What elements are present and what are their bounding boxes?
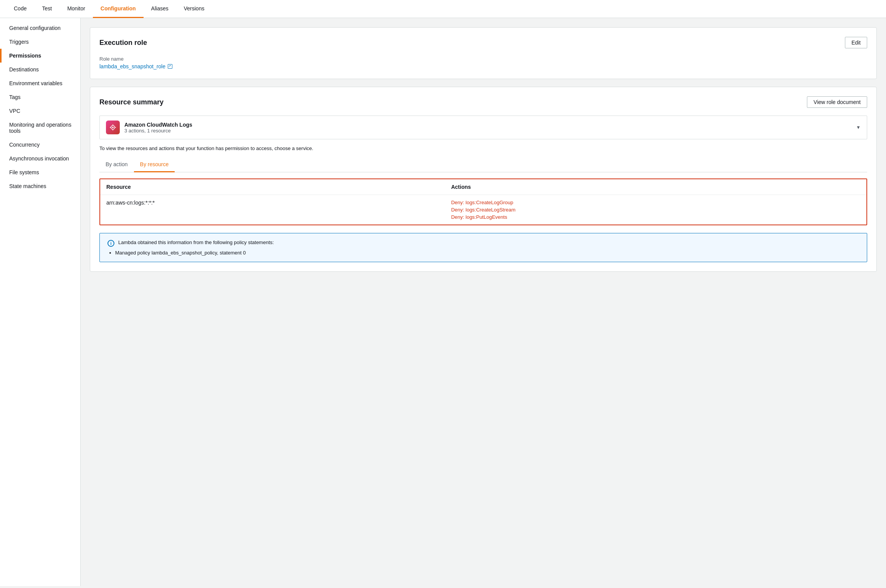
info-box-header: i Lambda obtained this information from …	[107, 239, 859, 247]
actions-column-header: Actions	[445, 179, 866, 195]
deny-action-3: Deny: logs:PutLogEvents	[451, 214, 860, 220]
sidebar-item-destinations[interactable]: Destinations	[0, 63, 80, 76]
sidebar-item-tags[interactable]: Tags	[0, 90, 80, 104]
role-section: Role name lambda_ebs_snapshot_role	[99, 56, 867, 69]
tab-by-resource[interactable]: By resource	[134, 157, 175, 172]
svg-point-1	[112, 127, 114, 128]
resource-cell: arn:aws-cn:logs:*:*:*	[100, 195, 445, 225]
view-role-document-button[interactable]: View role document	[807, 96, 867, 108]
tab-test[interactable]: Test	[34, 0, 60, 18]
sidebar-item-file-systems[interactable]: File systems	[0, 165, 80, 179]
main-layout: General configurationTriggersPermissions…	[0, 18, 886, 586]
sidebar-item-monitoring-tools[interactable]: Monitoring and operations tools	[0, 118, 80, 138]
sidebar: General configurationTriggersPermissions…	[0, 18, 81, 586]
tab-code[interactable]: Code	[6, 0, 34, 18]
cloudwatch-service-row[interactable]: Amazon CloudWatch Logs 3 actions, 1 reso…	[99, 116, 867, 139]
deny-action-1: Deny: logs:CreateLogGroup	[451, 200, 860, 205]
sidebar-item-permissions[interactable]: Permissions	[0, 49, 80, 63]
resource-summary-card: Resource summary View role document	[90, 87, 877, 272]
content-area: Execution role Edit Role name lambda_ebs…	[81, 18, 886, 586]
tab-by-action[interactable]: By action	[99, 157, 134, 172]
service-name: Amazon CloudWatch Logs	[124, 122, 192, 128]
resource-column-header: Resource	[100, 179, 445, 195]
execution-role-header: Execution role Edit	[99, 37, 867, 48]
info-box-list: Managed policy lambda_ebs_snapshot_polic…	[107, 250, 859, 256]
resource-summary-title: Resource summary	[99, 98, 164, 106]
edit-button[interactable]: Edit	[845, 37, 867, 48]
info-box-title: Lambda obtained this information from th…	[118, 239, 274, 245]
resource-table: Resource Actions arn:aws-cn:logs:*:*:* D…	[100, 179, 866, 225]
top-nav: CodeTestMonitorConfigurationAliasesVersi…	[0, 0, 886, 18]
sidebar-item-asynchronous-invocation[interactable]: Asynchronous invocation	[0, 152, 80, 165]
resource-table-wrapper: Resource Actions arn:aws-cn:logs:*:*:* D…	[99, 178, 867, 225]
execution-role-card: Execution role Edit Role name lambda_ebs…	[90, 27, 877, 79]
sidebar-item-state-machines[interactable]: State machines	[0, 179, 80, 193]
tab-monitor[interactable]: Monitor	[60, 0, 93, 18]
info-box-item-1: Managed policy lambda_ebs_snapshot_polic…	[115, 250, 859, 256]
tab-versions[interactable]: Versions	[176, 0, 212, 18]
sidebar-item-general-configuration[interactable]: General configuration	[0, 21, 80, 35]
actions-cell: Deny: logs:CreateLogGroup Deny: logs:Cre…	[445, 195, 866, 225]
table-row: arn:aws-cn:logs:*:*:* Deny: logs:CreateL…	[100, 195, 866, 225]
cloudwatch-icon	[106, 121, 120, 134]
sidebar-item-concurrency[interactable]: Concurrency	[0, 138, 80, 152]
table-header-row: Resource Actions	[100, 179, 866, 195]
resource-summary-header: Resource summary View role document	[99, 96, 867, 108]
tab-configuration[interactable]: Configuration	[93, 0, 144, 18]
service-info: Amazon CloudWatch Logs 3 actions, 1 reso…	[124, 122, 192, 134]
info-text: To view the resources and actions that y…	[99, 145, 867, 151]
sidebar-item-environment-variables[interactable]: Environment variables	[0, 76, 80, 90]
execution-role-title: Execution role	[99, 39, 147, 47]
service-details: 3 actions, 1 resource	[124, 128, 192, 134]
info-box: i Lambda obtained this information from …	[99, 233, 867, 262]
info-icon: i	[107, 240, 114, 247]
role-name-label: Role name	[99, 56, 867, 62]
external-link-icon	[168, 64, 172, 69]
chevron-down-icon: ▼	[856, 125, 861, 130]
sidebar-item-triggers[interactable]: Triggers	[0, 35, 80, 49]
service-left: Amazon CloudWatch Logs 3 actions, 1 reso…	[106, 121, 192, 134]
inner-tabs: By action By resource	[99, 157, 867, 172]
deny-action-2: Deny: logs:CreateLogStream	[451, 207, 860, 213]
role-link[interactable]: lambda_ebs_snapshot_role	[99, 63, 172, 69]
tab-aliases[interactable]: Aliases	[144, 0, 176, 18]
sidebar-item-vpc[interactable]: VPC	[0, 104, 80, 118]
